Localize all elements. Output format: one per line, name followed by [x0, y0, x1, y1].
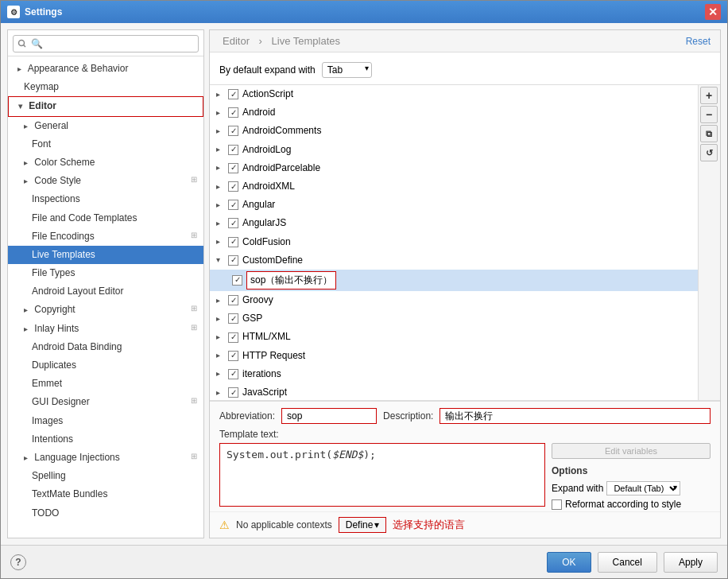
group-checkbox-htmlxml[interactable]	[228, 332, 238, 343]
reset-template-button[interactable]: ↺	[700, 144, 718, 161]
group-checkbox-groovy[interactable]	[228, 295, 238, 305]
group-androidparcelable[interactable]: ▸ AndroidParcelable	[210, 159, 720, 177]
description-input[interactable]	[440, 408, 711, 424]
arrow-icon: ▸	[24, 323, 32, 336]
expand-with-select[interactable]: Default (Tab) Tab Enter Space	[606, 481, 680, 495]
sidebar-item-general[interactable]: ▸ General	[8, 117, 203, 135]
group-androidlog[interactable]: ▸ AndroidLog	[210, 141, 720, 159]
reformat-label: Reformat according to style	[565, 499, 681, 510]
group-checkbox-gsp[interactable]	[228, 313, 238, 324]
group-checkbox-angular[interactable]	[228, 200, 238, 210]
group-checkbox-androidlog[interactable]	[228, 145, 238, 155]
group-checkbox-androidparcelable[interactable]	[228, 163, 238, 173]
apply-button[interactable]: Apply	[664, 552, 718, 573]
ok-button[interactable]: OK	[547, 552, 591, 573]
add-template-button[interactable]: +	[700, 87, 718, 104]
expand-arrow-icon: ▸	[216, 143, 224, 156]
close-button[interactable]: ✕	[705, 4, 721, 20]
group-label-coldfusion: ColdFusion	[242, 235, 291, 250]
define-btn-wrapper: Define ▾	[339, 517, 387, 533]
group-httprequest[interactable]: ▸ HTTP Request	[210, 347, 720, 365]
group-groovy[interactable]: ▸ Groovy	[210, 291, 720, 309]
group-htmlxml[interactable]: ▸ HTML/XML	[210, 328, 720, 346]
sidebar-item-inspections[interactable]: Inspections	[8, 190, 203, 208]
template-text-editor[interactable]: System.out.print($END$);	[219, 443, 545, 507]
group-checkbox-angularjs[interactable]	[228, 218, 238, 228]
group-iterations[interactable]: ▸ iterations	[210, 365, 720, 383]
breadcrumb: Editor › Live Templates	[219, 35, 343, 47]
sidebar: ▸ Appearance & Behavior Keymap ▾ Editor …	[7, 29, 204, 538]
sidebar-item-language-injections[interactable]: ▸ Language Injections ⊞	[8, 449, 203, 467]
group-checkbox-actionscript[interactable]	[228, 89, 238, 99]
group-checkbox-httprequest[interactable]	[228, 351, 238, 361]
sidebar-item-copyright[interactable]: ▸ Copyright ⊞	[8, 301, 203, 319]
group-checkbox-android[interactable]	[228, 107, 238, 118]
template-checkbox-sop[interactable]	[232, 275, 242, 286]
expand-label: By default expand with	[219, 64, 316, 76]
group-androidxml[interactable]: ▸ AndroidXML	[210, 177, 720, 196]
expand-select[interactable]: Tab Enter Space	[322, 62, 372, 78]
settings-window: ⚙ Settings ✕ ▸ Appearance & Behavior Key…	[0, 0, 728, 579]
expand-arrow-icon: ▸	[216, 387, 224, 399]
cancel-button[interactable]: Cancel	[598, 552, 657, 573]
templates-list-container: ▸ ActionScript ▸ Android ▸	[210, 84, 720, 401]
group-checkbox-coldfusion[interactable]	[228, 237, 238, 247]
sidebar-item-keymap[interactable]: Keymap	[8, 78, 203, 96]
group-checkbox-javascript[interactable]	[228, 387, 238, 398]
arrow-icon: ▾	[18, 100, 26, 113]
sidebar-item-textmate-bundles[interactable]: TextMate Bundles	[8, 485, 203, 503]
sidebar-item-editor[interactable]: ▾ Editor	[8, 96, 203, 116]
group-customdefine[interactable]: ▾ CustomDefine	[210, 251, 720, 270]
edit-variables-button[interactable]: Edit variables	[552, 443, 711, 459]
sidebar-item-appearance[interactable]: ▸ Appearance & Behavior	[8, 60, 203, 78]
group-label-groovy: Groovy	[242, 293, 273, 308]
reset-link[interactable]: Reset	[686, 36, 711, 47]
group-coldfusion[interactable]: ▸ ColdFusion	[210, 233, 720, 251]
copy-template-button[interactable]: ⧉	[700, 125, 718, 142]
group-label-httprequest: HTTP Request	[242, 348, 305, 363]
group-checkbox-iterations[interactable]	[228, 369, 238, 379]
group-label-androidparcelable: AndroidParcelable	[242, 161, 320, 176]
titlebar: ⚙ Settings ✕	[1, 1, 727, 23]
sidebar-item-inlay-hints[interactable]: ▸ Inlay Hints ⊞	[8, 320, 203, 338]
group-checkbox-androidcomments[interactable]	[228, 126, 238, 136]
sidebar-item-file-code-templates[interactable]: File and Code Templates	[8, 209, 203, 227]
sidebar-item-emmet[interactable]: Emmet	[8, 375, 203, 393]
define-button[interactable]: Define ▾	[339, 517, 387, 533]
sidebar-item-todo[interactable]: TODO	[8, 504, 203, 523]
sidebar-item-file-types[interactable]: File Types	[8, 264, 203, 282]
sidebar-item-gui-designer[interactable]: GUI Designer ⊞	[8, 393, 203, 411]
group-androidcomments[interactable]: ▸ AndroidComments	[210, 122, 720, 140]
expand-arrow-icon: ▸	[216, 235, 224, 248]
help-button[interactable]: ?	[10, 554, 26, 570]
sidebar-item-duplicates[interactable]: Duplicates	[8, 356, 203, 375]
sidebar-item-file-encodings[interactable]: File Encodings ⊞	[8, 227, 203, 246]
sidebar-item-spelling[interactable]: Spelling	[8, 467, 203, 485]
sidebar-item-live-templates[interactable]: Live Templates	[8, 246, 203, 264]
sidebar-item-android-layout-editor[interactable]: Android Layout Editor	[8, 282, 203, 301]
group-angular[interactable]: ▸ Angular	[210, 196, 720, 214]
sidebar-item-code-style[interactable]: ▸ Code Style ⊞	[8, 172, 203, 190]
remove-template-button[interactable]: −	[700, 106, 718, 123]
expand-arrow-icon: ▸	[216, 199, 224, 212]
sop-label: sop（输出不换行）	[246, 271, 336, 290]
search-input[interactable]	[13, 35, 199, 52]
reformat-checkbox[interactable]	[552, 499, 562, 510]
sidebar-item-images[interactable]: Images	[8, 412, 203, 430]
sidebar-item-color-scheme[interactable]: ▸ Color Scheme	[8, 153, 203, 172]
sidebar-item-android-data-binding[interactable]: Android Data Binding	[8, 338, 203, 356]
expand-with-label: Expand with	[552, 483, 603, 494]
template-item-sop[interactable]: sop（输出不换行）	[210, 270, 720, 291]
abbreviation-input[interactable]	[281, 408, 377, 424]
abbr-desc-row: Abbreviation: Description:	[219, 408, 711, 424]
group-checkbox-customdefine[interactable]	[228, 255, 238, 266]
group-checkbox-androidxml[interactable]	[228, 181, 238, 192]
group-actionscript[interactable]: ▸ ActionScript	[210, 85, 720, 103]
group-javascript[interactable]: ▸ JavaScript	[210, 383, 720, 400]
group-gsp[interactable]: ▸ GSP	[210, 309, 720, 328]
sidebar-item-font[interactable]: Font	[8, 135, 203, 153]
sidebar-item-intentions[interactable]: Intentions	[8, 430, 203, 449]
group-android[interactable]: ▸ Android	[210, 103, 720, 122]
breadcrumb-current: Live Templates	[272, 35, 340, 47]
group-angularjs[interactable]: ▸ AngularJS	[210, 214, 720, 232]
